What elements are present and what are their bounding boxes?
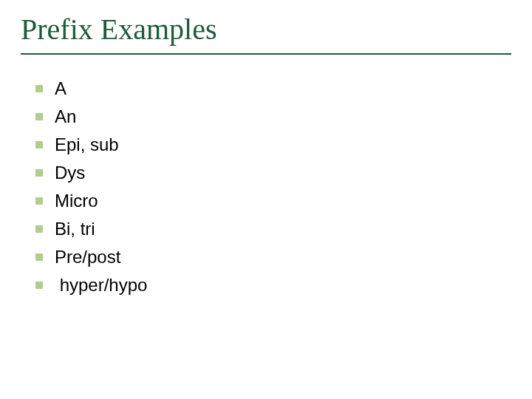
square-bullet-icon bbox=[35, 85, 43, 92]
slide-title: Prefix Examples bbox=[21, 12, 217, 47]
list-item-label: Epi, sub bbox=[55, 134, 119, 155]
list-item-label: A bbox=[55, 78, 66, 99]
list-item: Bi, tri bbox=[35, 219, 147, 239]
list-item: Dys bbox=[35, 163, 147, 183]
list-item: hyper/hypo bbox=[35, 275, 147, 296]
bullet-list: A An Epi, sub Dys Micro Bi, tri Pre/post bbox=[35, 78, 147, 303]
square-bullet-icon bbox=[35, 141, 43, 149]
list-item: Pre/post bbox=[35, 247, 147, 267]
square-bullet-icon bbox=[35, 197, 43, 205]
slide: Prefix Examples A An Epi, sub Dys Micro … bbox=[0, 0, 532, 399]
list-item: A bbox=[35, 78, 147, 99]
list-item: Epi, sub bbox=[35, 134, 147, 155]
list-item-label: Micro bbox=[55, 191, 98, 211]
list-item-label: Pre/post bbox=[55, 247, 120, 267]
square-bullet-icon bbox=[35, 253, 43, 261]
square-bullet-icon bbox=[35, 113, 43, 120]
square-bullet-icon bbox=[35, 169, 43, 177]
list-item-label: hyper/hypo bbox=[55, 275, 147, 296]
list-item-label: An bbox=[55, 106, 76, 127]
list-item-label: Bi, tri bbox=[55, 219, 95, 239]
list-item-label: Dys bbox=[55, 163, 85, 183]
list-item: Micro bbox=[35, 191, 147, 211]
square-bullet-icon bbox=[35, 282, 43, 289]
title-underline bbox=[21, 53, 511, 55]
square-bullet-icon bbox=[35, 225, 43, 233]
list-item: An bbox=[35, 106, 147, 127]
